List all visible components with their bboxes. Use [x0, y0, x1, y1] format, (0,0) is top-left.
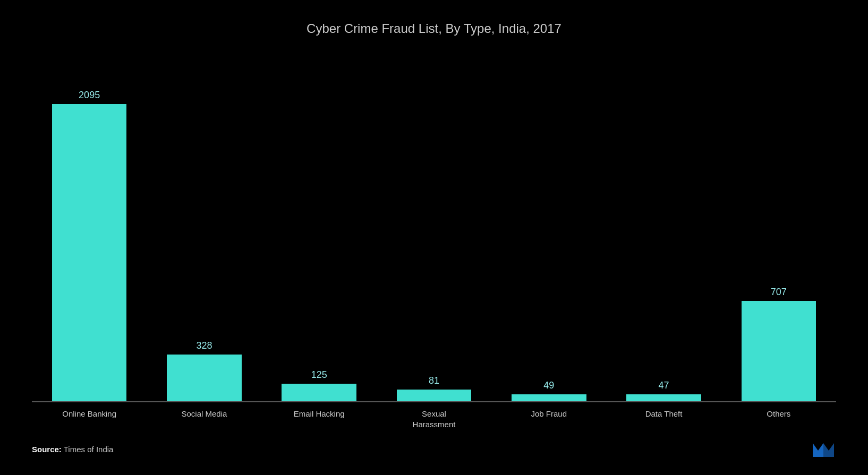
bar-value: 81 [429, 375, 439, 386]
bar-group: 707 [721, 63, 836, 401]
x-label: Data Theft [606, 409, 721, 429]
bar-value: 707 [771, 287, 787, 298]
chart-area: 2095328125814947707 Online BankingSocial… [32, 63, 836, 429]
bar-group: 47 [606, 63, 721, 401]
bar-rect [397, 390, 472, 401]
bar-rect [167, 355, 242, 401]
bar-rect [742, 301, 816, 401]
x-label: Social Media [147, 409, 261, 429]
bar-group: 2095 [32, 63, 147, 401]
bar-group: 49 [491, 63, 606, 401]
bar-value: 49 [543, 380, 554, 391]
chart-title: Cyber Crime Fraud List, By Type, India, … [307, 21, 561, 36]
bar-wrapper: 2095 [32, 63, 147, 401]
bar-rect [626, 394, 701, 401]
bar-group: 328 [147, 63, 261, 401]
bar-wrapper: 707 [721, 63, 836, 401]
x-labels: Online BankingSocial MediaEmail HackingS… [32, 409, 836, 429]
bar-value: 125 [311, 369, 327, 381]
source-value: Times of India [64, 445, 114, 454]
logo [811, 439, 836, 459]
x-label: SexualHarassment [377, 409, 491, 429]
x-label: Online Banking [32, 409, 147, 429]
bar-wrapper: 47 [606, 63, 721, 401]
x-label: Job Fraud [491, 409, 606, 429]
brand-logo [811, 439, 836, 459]
bar-rect [52, 104, 127, 401]
bar-wrapper: 125 [262, 63, 377, 401]
x-label: Email Hacking [262, 409, 377, 429]
bar-wrapper: 328 [147, 63, 261, 401]
bars-container: 2095328125814947707 [32, 63, 836, 402]
bar-rect [512, 394, 586, 401]
bar-value: 47 [659, 380, 669, 391]
bar-group: 81 [377, 63, 491, 401]
bar-value: 328 [196, 340, 212, 351]
bar-value: 2095 [79, 90, 100, 101]
source-text: Source: Times of India [32, 445, 113, 454]
bar-group: 125 [262, 63, 377, 401]
source-row: Source: Times of India [32, 439, 836, 459]
bar-rect [282, 384, 356, 401]
bar-wrapper: 49 [491, 63, 606, 401]
bar-wrapper: 81 [377, 63, 491, 401]
source-label: Source: [32, 445, 62, 454]
x-label: Others [721, 409, 836, 429]
